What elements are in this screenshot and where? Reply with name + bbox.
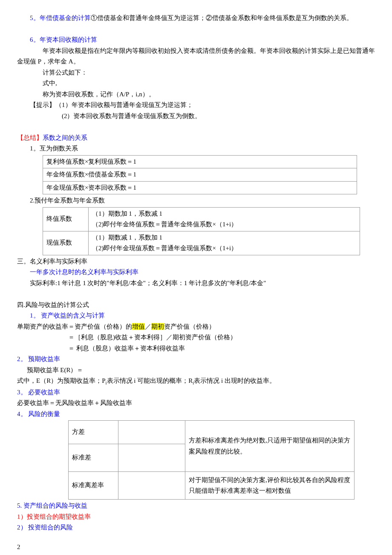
table-cell: 方差 <box>69 421 118 444</box>
reciprocal-table: 复利终值系数×复利现值系数＝1 年金终值系数×偿债基金系数＝1 年金现值系数×资… <box>43 155 357 195</box>
portfolio-risk-heading: 2） 投资组合的风险 <box>17 522 375 533</box>
table-cell: 现值系数 <box>43 231 89 255</box>
formula-where: 式中, <box>17 78 375 89</box>
hint-1: 【提示】（1）年资本回收额与普通年金现值互为逆运算； <box>17 100 375 111</box>
nominal-real-rate: 一年多次计息时的名义利率与实际利率 <box>17 267 375 278</box>
return-rate-formula-2: ＝［利息（股息)收益＋资本利得］／期初资产价值（价格） <box>17 332 375 343</box>
capital-recovery-factor: 称为资本回收系数，记作（A/P，i,n）。 <box>17 89 375 100</box>
table-row: 年金现值系数×资本回收系数＝1 <box>43 181 357 194</box>
formula-label: 计算公式如下： <box>17 67 375 78</box>
table-cell: 标准离差率 <box>69 472 118 500</box>
portfolio-return-heading: 1）投资组合的期望收益率 <box>17 512 375 523</box>
hint-2: (2）资本回收系数与普通年金现值系数互为倒数。 <box>17 111 375 122</box>
rate-explanation: 实际利率:1 年计息 1 次时的"年利息/本金"；名义利率：1 年计息多次的"年… <box>17 278 375 289</box>
required-return-formula: 必要收益率＝无风险收益率＋风险收益率 <box>17 398 375 409</box>
risk-measure-heading: 4。 风险的衡量 <box>17 409 375 420</box>
return-rate-formula: 单期资产的收益率＝资产价值（价格）的增值／期初资产价值（价格） <box>17 321 375 332</box>
expected-return-heading: 2。 预期收益率 <box>17 354 375 365</box>
table-cell: （1）期数加 1，系数减 1 （2)即付年金终值系数＝普通年金终值系数×（1+i… <box>89 207 360 231</box>
prepaid-annuity-heading: 2.预付年金系数与年金系数 <box>17 195 375 206</box>
reciprocal-heading: 1。互为倒数关系 <box>17 143 375 154</box>
table-cell <box>118 472 185 500</box>
table-cell: 对于期望值不同的决策方案,评价和比较其各自的风险程度只能借助于标准离差率这一相对… <box>185 472 355 500</box>
table-cell: 终值系数 <box>43 207 89 231</box>
table-cell: 标准差 <box>69 444 118 472</box>
section-3-heading: 三。名义利率与实际利率 <box>17 256 375 267</box>
expected-return-formula: 预期收益率 E(R）＝ <box>17 365 375 376</box>
table-cell <box>118 421 185 444</box>
asset-return-heading: 1。 资产收益的含义与计算 <box>17 310 375 321</box>
portfolio-heading: 5. 资产组合的风险与收益 <box>17 500 375 512</box>
required-return-heading: 3。 必要收益率 <box>17 387 375 398</box>
return-rate-formula-3: ＝ 利息（股息）收益率＋资本利得收益率 <box>17 343 375 354</box>
risk-measure-table: 方差 方差和标准离差作为绝对数,只适用于期望值相同的决策方案风险程度的比较。 标… <box>68 420 355 500</box>
table-cell <box>118 444 185 472</box>
table-row: 年金终值系数×偿债基金系数＝1 <box>43 168 357 182</box>
line-6-heading: 6。年资本回收额的计算 <box>17 35 375 46</box>
table-cell: （1）期数减 1，系数加 1 （2)即付年金现值系数＝普通年金现值系数×（1+i… <box>89 231 360 255</box>
paragraph-capital-recovery: 年资本回收额是指在约定年限内等额回收初始投入资本或清偿所债务的金额。年资本回收额… <box>17 46 375 67</box>
table-row: 复利终值系数×复利现值系数＝1 <box>43 155 357 168</box>
line-5-heading: 5。年偿债基金的计算①偿债基金和普通年金终值互为逆运算；②偿债基金系数和年金终值… <box>17 13 375 24</box>
table-cell: 方差和标准离差作为绝对数,只适用于期望值相同的决策方案风险程度的比较。 <box>185 421 355 472</box>
summary-heading: 【总结】系数之间的关系 <box>17 133 375 144</box>
page-number: 2 <box>17 542 375 553</box>
expected-return-explanation: 式中，E（R）为预期收益率；Pi表示情况 i 可能出现的概率；Ri表示情况 i … <box>17 376 375 387</box>
section-4-heading: 四.风险与收益的计算公式 <box>17 300 375 311</box>
annuity-factor-table: 终值系数 （1）期数加 1，系数减 1 （2)即付年金终值系数＝普通年金终值系数… <box>43 207 360 255</box>
